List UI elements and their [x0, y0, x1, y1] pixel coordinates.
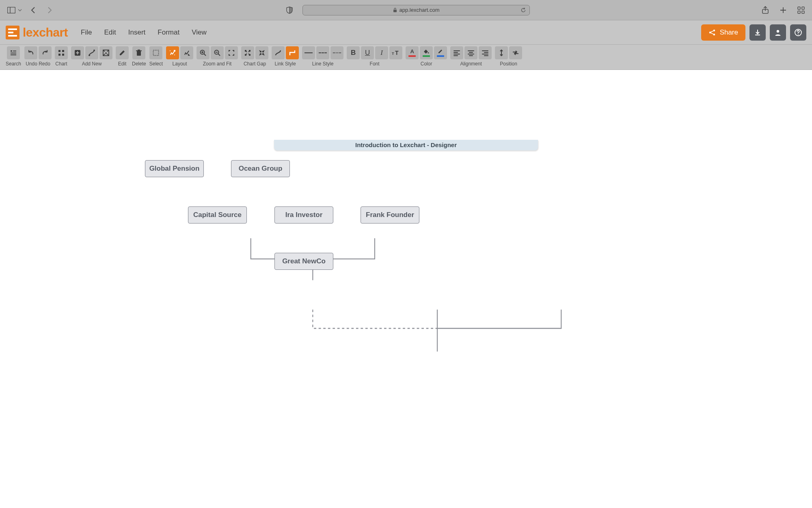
node-frank-founder[interactable]: Frank Founder [361, 206, 419, 224]
toolbar-group-delete: Delete [132, 46, 146, 67]
align-center-button[interactable] [464, 46, 477, 59]
svg-rect-28 [137, 51, 141, 56]
share-icon[interactable] [762, 6, 769, 14]
bold-icon: B [351, 49, 356, 57]
svg-rect-11 [755, 35, 760, 35]
toolbar-label-undo: Undo [26, 61, 37, 67]
toolbar-label-addnew: Add New [82, 61, 102, 67]
node-great-newco[interactable]: Great NewCo [274, 253, 333, 270]
toolbar-group-zoom: Zoom and Fit [197, 46, 238, 67]
menu-bar: File Edit Insert Format View [81, 28, 207, 37]
toolbar-group-chartgap: Chart Gap [241, 46, 268, 67]
auto-layout-button[interactable] [166, 46, 179, 59]
position-horizontal-button[interactable] [509, 46, 522, 59]
border-color-button[interactable] [434, 46, 447, 59]
add-text-button[interactable]: A [99, 46, 112, 59]
document-title[interactable]: Introduction to Lexchart - Designer [274, 140, 538, 150]
lock-icon [393, 8, 397, 13]
svg-point-14 [798, 34, 799, 35]
svg-point-38 [428, 52, 429, 53]
app-logo[interactable]: lexchart [6, 26, 68, 39]
add-node-button[interactable] [71, 46, 84, 59]
edit-button[interactable] [116, 46, 129, 59]
menu-view[interactable]: View [192, 28, 207, 37]
manual-layout-button[interactable] [180, 46, 193, 59]
reload-icon[interactable] [520, 7, 526, 13]
address-bar-url: app.lexchart.com [400, 7, 440, 13]
toolbar-label-alignment: Alignment [460, 61, 482, 67]
link-elbow-button[interactable] [286, 46, 299, 59]
svg-point-24 [89, 54, 90, 56]
chart-grid-button[interactable] [55, 46, 68, 59]
toolbar-group-linestyle: Line Style [302, 46, 343, 67]
underline-button[interactable]: U [361, 46, 374, 59]
node-ocean-group[interactable]: Ocean Group [231, 160, 290, 177]
new-tab-icon[interactable] [780, 7, 787, 14]
text-size-button[interactable]: TT [389, 46, 402, 59]
add-link-button[interactable] [85, 46, 98, 59]
toolbar-label-linkstyle: Link Style [275, 61, 296, 67]
share-button[interactable]: Share [701, 24, 745, 41]
logo-text: lexchart [23, 26, 68, 39]
node-global-pension[interactable]: Global Pension [145, 160, 204, 177]
sidebar-toggle-button[interactable] [7, 7, 22, 13]
nav-forward-button[interactable] [45, 6, 54, 14]
download-button[interactable] [749, 24, 766, 41]
help-button[interactable] [790, 24, 806, 41]
node-ira-investor[interactable]: Ira Investor [274, 206, 333, 224]
text-color-button[interactable]: A [406, 46, 419, 59]
node-capital-source[interactable]: Capital Source [188, 206, 247, 224]
gap-collapse-button[interactable] [255, 46, 268, 59]
canvas[interactable]: Introduction to Lexchart - Designer Glob… [0, 70, 812, 508]
line-dashed-button[interactable] [316, 46, 329, 59]
toolbar-label-redo: Redo [39, 61, 50, 67]
search-list-button[interactable] [7, 46, 20, 59]
bold-button[interactable]: B [347, 46, 360, 59]
svg-rect-18 [11, 54, 16, 55]
zoom-in-button[interactable] [197, 46, 209, 59]
svg-rect-20 [62, 50, 64, 52]
privacy-shield-icon[interactable] [286, 7, 293, 14]
svg-rect-21 [58, 54, 60, 56]
select-button[interactable] [149, 46, 162, 59]
link-curve-button[interactable] [272, 46, 285, 59]
undo-button[interactable] [24, 46, 37, 59]
nav-back-button[interactable] [28, 6, 38, 14]
line-solid-button[interactable] [302, 46, 315, 59]
svg-rect-31 [153, 50, 159, 56]
account-button[interactable] [770, 24, 786, 41]
toolbar-group-select: Select [149, 46, 163, 67]
address-bar[interactable]: app.lexchart.com [302, 5, 530, 15]
toolbar-label-font: Font [370, 61, 380, 67]
svg-rect-0 [8, 7, 15, 13]
svg-rect-16 [13, 51, 16, 52]
toolbar-label-chart: Chart [55, 61, 67, 67]
redo-button[interactable] [39, 46, 52, 59]
toolbar-group-layout: Layout [166, 46, 193, 67]
menu-edit[interactable]: Edit [104, 28, 116, 37]
menu-file[interactable]: File [81, 28, 92, 37]
toolbar-label-edit: Edit [118, 61, 127, 67]
toolbar-group-undoredo: Undo Redo [24, 46, 52, 67]
svg-rect-2 [393, 10, 397, 12]
line-dotted-button[interactable] [330, 46, 343, 59]
fill-color-button[interactable] [420, 46, 433, 59]
zoom-out-button[interactable] [211, 46, 224, 59]
svg-text:A: A [105, 51, 108, 55]
position-vertical-button[interactable] [495, 46, 508, 59]
toolbar-label-chartgap: Chart Gap [244, 61, 266, 67]
menu-insert[interactable]: Insert [128, 28, 146, 37]
gap-expand-button[interactable] [241, 46, 254, 59]
toolbar-label-select: Select [149, 61, 163, 67]
zoom-fit-button[interactable] [225, 46, 238, 59]
tab-overview-icon[interactable] [797, 7, 805, 14]
align-right-button[interactable] [479, 46, 492, 59]
svg-rect-19 [58, 50, 60, 52]
delete-button[interactable] [132, 46, 145, 59]
italic-button[interactable]: I [375, 46, 388, 59]
toolbar-group-alignment: Alignment [450, 46, 492, 67]
svg-text:T: T [392, 52, 394, 56]
align-left-button[interactable] [450, 46, 463, 59]
menu-format[interactable]: Format [158, 28, 179, 37]
svg-rect-7 [802, 11, 804, 13]
